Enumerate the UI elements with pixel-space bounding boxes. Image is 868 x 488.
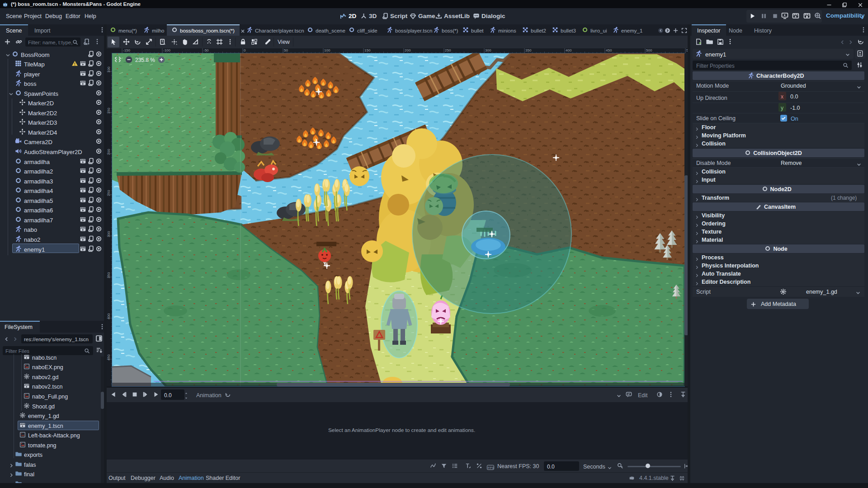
svg-text:FPS: FPS	[488, 466, 494, 469]
